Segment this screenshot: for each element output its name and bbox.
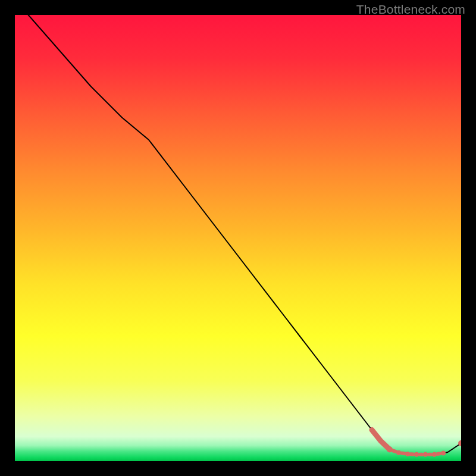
trough-dash [402,453,405,454]
plot-area [15,15,461,461]
chart-svg [15,15,461,461]
chart-stage: TheBottleneck.com [0,0,476,476]
watermark-text: TheBottleneck.com [356,2,465,17]
trough-dash [437,453,440,454]
trough-dash [393,450,396,452]
trough-dot [441,451,446,456]
gradient-background [15,15,461,461]
